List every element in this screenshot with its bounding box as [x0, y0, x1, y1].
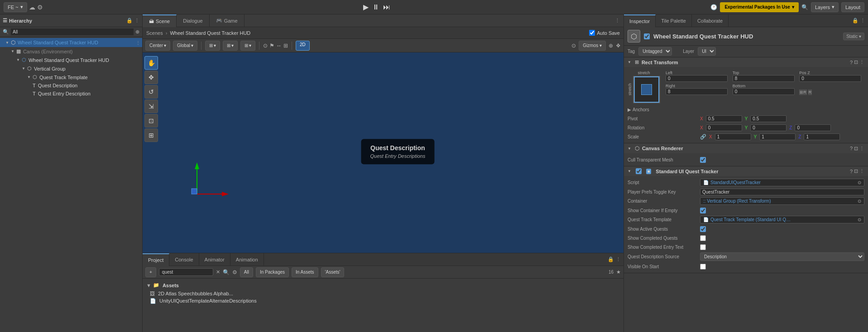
- grid-btn[interactable]: ⊞ ▾: [205, 41, 220, 51]
- hier-item-wheel[interactable]: ▼ ⬡ Wheel Standard Quest Tracker HUD: [0, 56, 142, 64]
- rot-y-input[interactable]: [750, 124, 786, 131]
- sqt-popup[interactable]: ⊡: [854, 168, 858, 174]
- search-options[interactable]: ⚙: [232, 269, 237, 275]
- tool-scale[interactable]: ⇲: [144, 100, 158, 113]
- top-input[interactable]: [733, 75, 795, 82]
- fe-dropdown[interactable]: FE ~ ▾: [4, 2, 27, 12]
- script-ref[interactable]: 📄 StandardUIQuestTracker ⊙: [700, 179, 864, 186]
- cull-checkbox[interactable]: [700, 157, 706, 163]
- scale-z-input[interactable]: [804, 133, 840, 140]
- pivot-x-input[interactable]: [706, 115, 742, 122]
- tab-animation[interactable]: Animation: [230, 253, 264, 266]
- blueprint-btn[interactable]: ⊞R: [799, 90, 807, 95]
- show-completed-entry-checkbox[interactable]: [700, 244, 706, 250]
- tool-rect[interactable]: ⊡: [144, 114, 158, 128]
- container-ref[interactable]: :: Vertical Group (Rect Transform) ⊙: [700, 197, 864, 205]
- exp-packages-button[interactable]: Experimental Packages In Use ▾: [720, 2, 799, 12]
- tab-dialogue[interactable]: Dialogue: [177, 14, 209, 27]
- tab-game[interactable]: 🎮 Game: [210, 14, 245, 27]
- stretch-diagram[interactable]: [633, 76, 660, 103]
- cr-help[interactable]: ?: [850, 146, 853, 152]
- scale-y-input[interactable]: [759, 133, 796, 140]
- sqt-enable[interactable]: [636, 168, 642, 174]
- container-circle[interactable]: ⊙: [858, 199, 861, 204]
- qtt-circle[interactable]: ⊙: [858, 217, 861, 222]
- center-btn[interactable]: Center ▾: [145, 41, 170, 51]
- tab-inspector[interactable]: Inspector: [624, 14, 656, 27]
- left-input[interactable]: [666, 75, 728, 82]
- sqt-help[interactable]: ?: [850, 168, 853, 174]
- autosave-label[interactable]: Auto Save: [589, 30, 620, 36]
- lock-icon[interactable]: 🔒: [126, 18, 133, 24]
- layers-button[interactable]: Layers ▾: [811, 2, 839, 12]
- search-submit[interactable]: 🔍: [223, 269, 230, 275]
- more-icon[interactable]: ⋮: [134, 18, 139, 24]
- more-icon-insp[interactable]: ⋮: [860, 18, 865, 24]
- search-icon[interactable]: 🔍: [801, 4, 808, 10]
- cr-popup[interactable]: ⊡: [854, 146, 858, 152]
- rt-icon2[interactable]: ⊕: [609, 43, 613, 49]
- scene-more[interactable]: ⋮: [615, 18, 623, 24]
- hier-more[interactable]: ⋮: [136, 40, 140, 45]
- hier-item-quest-track[interactable]: ▼ ⬡ Quest Track Template: [0, 73, 142, 81]
- sqt-more[interactable]: ⋮: [859, 168, 864, 174]
- tool-rotate[interactable]: ↺: [144, 85, 158, 99]
- project-search-input[interactable]: [159, 268, 213, 276]
- rt-more[interactable]: ⋮: [859, 59, 864, 65]
- tab-collaborate[interactable]: Collaborate: [692, 14, 729, 27]
- quest-track-template-ref[interactable]: 📄 Quest Track Template (Standard UI Ques…: [700, 216, 864, 223]
- script-circle[interactable]: ⊙: [858, 180, 861, 185]
- gizmos-btn[interactable]: Gizmos ▾: [579, 41, 606, 51]
- cloud-icon[interactable]: ☁: [29, 4, 35, 11]
- hierarchy-search-input[interactable]: [11, 28, 134, 35]
- search-clear[interactable]: ✕: [216, 269, 220, 275]
- tab-animator[interactable]: Animator: [199, 253, 230, 266]
- hier-item-wheel-hud[interactable]: ▼ ⬡ Wheel Standard Quest Tracker HUD ⋮: [0, 38, 142, 47]
- filter-in-assets[interactable]: In Assets: [292, 267, 318, 277]
- tool-move[interactable]: ✥: [144, 71, 158, 84]
- play-button[interactable]: ▶: [363, 3, 369, 11]
- pivot-y-input[interactable]: [750, 115, 786, 122]
- show-container-empty-checkbox[interactable]: [700, 208, 706, 213]
- object-enable-checkbox[interactable]: [644, 33, 650, 39]
- autosave-checkbox[interactable]: [589, 30, 595, 36]
- static-badge[interactable]: Static ▾: [843, 33, 864, 40]
- fav-icon[interactable]: ★: [616, 269, 621, 275]
- layout-button[interactable]: Layout: [841, 2, 864, 12]
- filter-all[interactable]: All: [240, 267, 253, 277]
- canvas-renderer-header[interactable]: ▼ ⬡ Canvas Renderer ? ⊡ ⋮: [624, 143, 868, 153]
- show-active-quests-checkbox[interactable]: [700, 226, 706, 232]
- r-btn[interactable]: R: [808, 90, 812, 95]
- hierarchy-add-icon[interactable]: ⊕: [135, 29, 139, 35]
- asset-item-1[interactable]: 🖼 2D Atlas Speechbubbles Alphab...: [146, 290, 620, 297]
- tool-transform[interactable]: ⊞: [144, 128, 158, 142]
- tag-select[interactable]: Untagged: [638, 47, 672, 56]
- hier-item-canvas[interactable]: ▼ ▦ Canvas (Environment): [0, 47, 142, 56]
- add-btn[interactable]: +: [145, 267, 156, 277]
- tab-console[interactable]: Console: [169, 253, 199, 266]
- filter-assets-quoted[interactable]: 'Assets': [321, 267, 345, 277]
- scale-x-input[interactable]: [715, 133, 751, 140]
- visible-on-start-checkbox[interactable]: [700, 264, 706, 270]
- global-btn[interactable]: Global ▾: [173, 41, 197, 51]
- right-input[interactable]: [666, 88, 728, 95]
- assets-collapse[interactable]: ▼: [146, 283, 151, 288]
- layer-select[interactable]: UI: [698, 47, 716, 56]
- sqt-header[interactable]: ▼ ■ Standard UI Quest Tracker ? ⊡ ⋮: [624, 166, 868, 176]
- bottom-input[interactable]: [733, 88, 795, 95]
- rot-x-input[interactable]: [706, 124, 742, 131]
- hier-item-quest-desc[interactable]: T Quest Description: [0, 81, 142, 90]
- lock-scale-icon[interactable]: 🔗: [700, 134, 706, 140]
- lock-icon-insp[interactable]: 🔒: [852, 18, 858, 24]
- step-button[interactable]: ⏭: [383, 3, 390, 11]
- more-icon-bottom[interactable]: ⋮: [616, 256, 621, 262]
- quest-desc-source-select[interactable]: Description: [700, 252, 864, 261]
- settings-icon[interactable]: ⚙: [37, 4, 43, 11]
- tab-project[interactable]: Project: [143, 253, 169, 266]
- scene-canvas[interactable]: ✋ ✥ ↺ ⇲ ⊡ ⊞ Quest Description Quest Entr…: [143, 52, 623, 253]
- rect-transform-header[interactable]: ▼ ⊞ Rect Transform ? ⊡ ⋮: [624, 57, 868, 67]
- cr-more[interactable]: ⋮: [859, 146, 864, 152]
- filter-in-packages[interactable]: In Packages: [256, 267, 289, 277]
- view-btn[interactable]: ⊞ ▾: [240, 41, 255, 51]
- snap-btn[interactable]: ⊞ ▾: [223, 41, 238, 51]
